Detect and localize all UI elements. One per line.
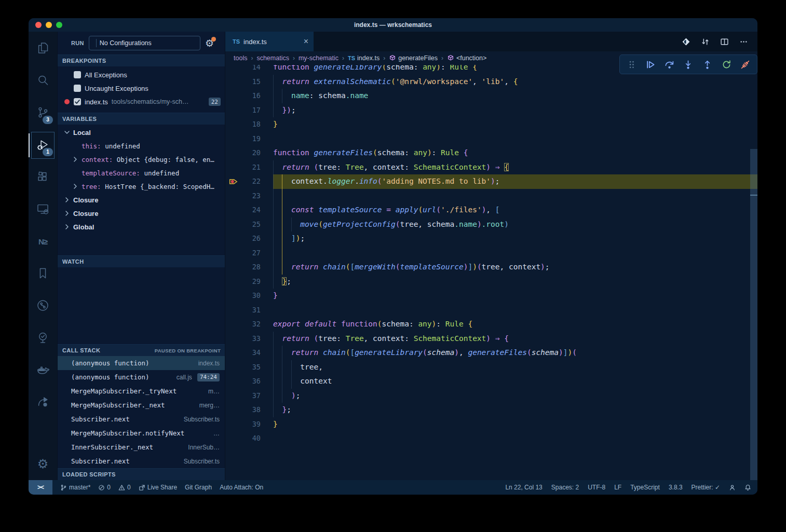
- call-stack-frame[interactable]: MergeMapSubscriber._tryNextm…: [58, 384, 225, 398]
- close-window-button[interactable]: [35, 22, 42, 28]
- code-line[interactable]: 31: [225, 303, 757, 318]
- run-config-dropdown[interactable]: No Configurations: [89, 36, 200, 50]
- status-notifications[interactable]: [744, 484, 751, 491]
- status-eol[interactable]: LF: [614, 484, 621, 491]
- code-line[interactable]: 32export default function(schema: any): …: [225, 317, 757, 332]
- breakpoint-checkbox[interactable]: [74, 85, 81, 92]
- code-line[interactable]: 25move(getProjectConfig(tree, schema.nam…: [225, 217, 757, 232]
- zoom-window-button[interactable]: [56, 22, 62, 28]
- configure-gear-button[interactable]: ⚙: [205, 38, 214, 48]
- code-line[interactable]: 38};: [225, 403, 757, 417]
- step-over-button[interactable]: [665, 60, 674, 70]
- status-language[interactable]: TypeScript: [630, 484, 660, 491]
- code-line[interactable]: 34return chain([generateLibrary(schema),…: [225, 346, 757, 360]
- breakpoint-checkbox[interactable]: [74, 98, 81, 105]
- call-stack-frame[interactable]: MergeMapSubscriber.notifyNext…: [58, 426, 225, 440]
- line-gutter[interactable]: 29: [225, 275, 273, 289]
- variable-row[interactable]: context: Object {debug: false, en…: [58, 153, 225, 166]
- split-editor-icon[interactable]: [720, 37, 729, 46]
- line-gutter[interactable]: 32: [225, 317, 273, 332]
- call-stack-frame[interactable]: Subscriber.nextSubscriber.ts: [58, 454, 225, 468]
- line-gutter[interactable]: 17: [225, 103, 273, 118]
- code-line[interactable]: 29};: [225, 275, 757, 289]
- breakpoint-checkbox[interactable]: [74, 71, 81, 78]
- code-line[interactable]: 39}: [225, 417, 757, 432]
- line-gutter[interactable]: 20: [225, 146, 273, 160]
- variables-scope-row[interactable]: Global: [58, 220, 225, 234]
- breadcrumb-item[interactable]: tools: [234, 54, 247, 62]
- line-gutter[interactable]: 37: [225, 389, 273, 403]
- line-gutter[interactable]: 27: [225, 246, 273, 261]
- activity-manage[interactable]: ⚙: [29, 448, 57, 480]
- code-line[interactable]: 20function generateFiles(schema: any): R…: [225, 146, 757, 160]
- activity-source-control[interactable]: 3: [29, 97, 57, 129]
- activity-git-graph[interactable]: [29, 290, 57, 322]
- variable-row[interactable]: tree: HostTree {_backend: ScopedH…: [58, 180, 225, 193]
- code-line[interactable]: 16name: schema.name: [225, 89, 757, 103]
- status-encoding[interactable]: UTF-8: [588, 484, 605, 491]
- debug-toolbar-drag-handle[interactable]: [627, 60, 636, 70]
- line-gutter[interactable]: 25: [225, 217, 273, 232]
- status-prettier[interactable]: Prettier: ✓: [692, 484, 720, 491]
- more-actions-icon[interactable]: [739, 37, 748, 46]
- line-gutter[interactable]: 34: [225, 346, 273, 360]
- breadcrumb-item[interactable]: <function>: [447, 54, 486, 62]
- code-line[interactable]: 24const templateSource = apply(url('./fi…: [225, 203, 757, 217]
- activity-nx-console[interactable]: N≥: [29, 226, 57, 258]
- variables-scope-row[interactable]: Closure: [58, 207, 225, 220]
- code-line[interactable]: 27: [225, 246, 757, 261]
- breakpoints-header[interactable]: BREAKPOINTS: [58, 54, 225, 66]
- code-line[interactable]: 19: [225, 132, 757, 146]
- code-line[interactable]: 37);: [225, 389, 757, 403]
- breadcrumb-item[interactable]: TSindex.ts: [348, 54, 380, 62]
- code-line[interactable]: 21return (tree: Tree, context: Schematic…: [225, 160, 757, 175]
- status-feedback[interactable]: [729, 484, 736, 491]
- code-line[interactable]: 28return chain([mergeWith(templateSource…: [225, 260, 757, 275]
- code-line[interactable]: 22context.logger.info('adding NOTES.md t…: [225, 174, 757, 189]
- minimize-window-button[interactable]: [46, 22, 52, 28]
- call-stack-frame[interactable]: Subscriber.nextSubscriber.ts: [58, 412, 225, 426]
- line-gutter[interactable]: 30: [225, 289, 273, 303]
- status-cursor-position[interactable]: Ln 22, Col 13: [505, 484, 542, 491]
- step-out-button[interactable]: [702, 60, 712, 70]
- watch-header[interactable]: WATCH: [58, 255, 225, 267]
- status-ts-version[interactable]: 3.8.3: [669, 484, 683, 491]
- breakpoint-row[interactable]: index.tstools/schematics/my-sch…22: [58, 95, 225, 108]
- line-gutter[interactable]: 39: [225, 417, 273, 432]
- line-gutter[interactable]: 38: [225, 403, 273, 417]
- line-gutter[interactable]: 21: [225, 160, 273, 175]
- scrollbar-slider[interactable]: [750, 149, 757, 480]
- open-changes-icon[interactable]: [682, 37, 690, 46]
- status-auto-attach[interactable]: Auto Attach: On: [220, 484, 263, 491]
- tab-index-ts[interactable]: TS index.ts ×: [225, 32, 314, 51]
- code-line[interactable]: 23: [225, 189, 757, 203]
- activity-run-and-debug[interactable]: 1: [29, 129, 57, 161]
- restart-button[interactable]: [722, 60, 731, 70]
- line-gutter[interactable]: 31: [225, 303, 273, 318]
- call-stack-frame[interactable]: (anonymous function)call.js74:24: [58, 370, 225, 384]
- code-line[interactable]: 35tree,: [225, 360, 757, 375]
- variable-row[interactable]: this: undefined: [58, 139, 225, 153]
- code-line[interactable]: 17});: [225, 103, 757, 118]
- activity-extensions[interactable]: [29, 161, 57, 194]
- code-line[interactable]: 15return externalSchematic('@nrwl/worksp…: [225, 75, 757, 89]
- line-gutter[interactable]: 35: [225, 360, 273, 375]
- breakpoint-row[interactable]: Uncaught Exceptions: [58, 81, 225, 95]
- status-warnings[interactable]: 0: [118, 484, 131, 491]
- editor-scrollbar[interactable]: [750, 65, 757, 480]
- code-line[interactable]: 18}: [225, 117, 757, 132]
- status-indentation[interactable]: Spaces: 2: [551, 484, 579, 491]
- activity-explorer[interactable]: [29, 33, 57, 65]
- variables-scope-row[interactable]: Local: [58, 126, 225, 139]
- line-gutter[interactable]: 14: [225, 65, 273, 75]
- line-gutter[interactable]: 18: [225, 117, 273, 132]
- breakpoint-row[interactable]: All Exceptions: [58, 68, 225, 81]
- call-stack-header[interactable]: CALL STACK PAUSED ON BREAKPOINT: [58, 344, 225, 356]
- breadcrumb-item[interactable]: schematics: [256, 54, 289, 62]
- remote-indicator[interactable]: ><: [29, 480, 52, 495]
- variables-header[interactable]: VARIABLES: [58, 113, 225, 125]
- activity-docker[interactable]: [29, 354, 57, 387]
- call-stack-frame[interactable]: MergeMapSubscriber._nextmerg…: [58, 398, 225, 412]
- line-gutter[interactable]: 26: [225, 231, 273, 246]
- call-stack-frame[interactable]: (anonymous function)index.ts: [58, 356, 225, 370]
